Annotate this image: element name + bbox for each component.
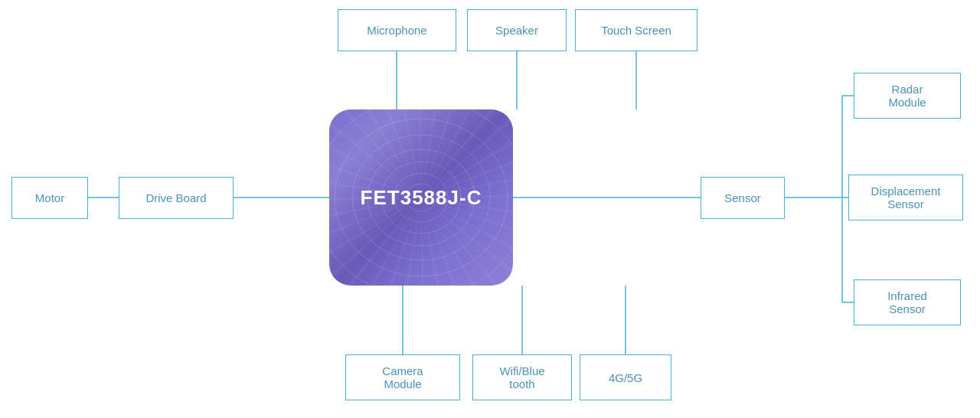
microphone-box: Microphone	[338, 9, 456, 51]
infrared-sensor-box: Infrared Sensor	[854, 279, 961, 325]
drive-board-box: Drive Board	[119, 177, 234, 219]
4g5g-box: 4G/5G	[580, 354, 671, 400]
camera-module-box: Camera Module	[345, 354, 460, 400]
displacement-sensor-box: Displacement Sensor	[848, 175, 963, 220]
diagram-container: FET3588J-C Microphone Speaker Touch Scre…	[0, 0, 980, 418]
radar-module-box: Radar Module	[854, 73, 961, 119]
speaker-box: Speaker	[467, 9, 567, 51]
touch-screen-box: Touch Screen	[575, 9, 697, 51]
center-chip: FET3588J-C	[329, 109, 513, 286]
chip-label: FET3588J-C	[361, 186, 482, 210]
wifi-bluetooth-box: Wifi/Blue tooth	[472, 354, 572, 400]
motor-box: Motor	[11, 177, 88, 219]
sensor-box: Sensor	[701, 177, 785, 219]
